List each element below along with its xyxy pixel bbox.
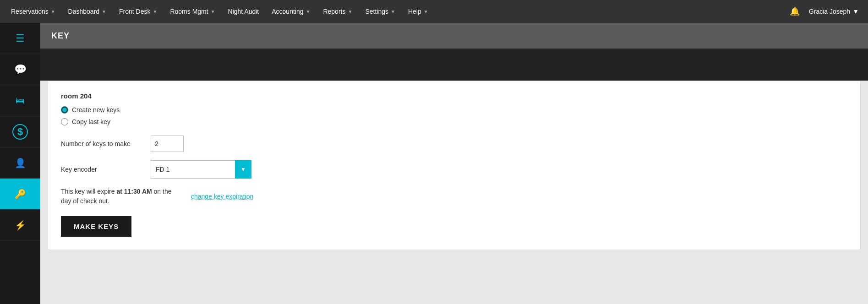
sidebar-item-bed[interactable]: 🛏 — [0, 85, 40, 116]
nav-front-desk-label: Front Desk — [119, 8, 150, 15]
sidebar: ☰ 💬 🛏 $ 👤 🔑 ⚡ — [0, 23, 40, 304]
nav-settings-label: Settings — [365, 8, 388, 15]
notification-bell-icon[interactable]: 🔔 — [787, 6, 802, 16]
user-name-label: Gracia Joseph — [809, 8, 850, 15]
keys-count-label: Number of keys to make — [61, 140, 143, 147]
app-layout: ☰ 💬 🛏 $ 👤 🔑 ⚡ KEY room 204 — [0, 23, 868, 304]
page-title: KEY — [51, 31, 70, 41]
key-type-radio-group: Create new keys Copy last key — [61, 106, 847, 125]
sidebar-item-dollar[interactable]: $ — [0, 116, 40, 147]
nav-help-label: Help — [408, 8, 421, 15]
nav-rooms-mgmt[interactable]: Rooms Mgmt ▼ — [164, 0, 221, 23]
sidebar-item-person[interactable]: 👤 — [0, 147, 40, 179]
sidebar-item-key[interactable]: 🔑 — [0, 179, 40, 210]
sidebar-item-menu[interactable]: ☰ — [0, 23, 40, 54]
key-card: room 204 Create new keys Copy last key N… — [48, 81, 861, 250]
radio-create-new-keys-input[interactable] — [61, 106, 68, 114]
user-menu-caret: ▼ — [852, 8, 859, 15]
nav-dashboard[interactable]: Dashboard ▼ — [62, 0, 113, 23]
nav-front-desk[interactable]: Front Desk ▼ — [113, 0, 164, 23]
encoder-row: Key encoder FD 1 ▼ — [61, 160, 847, 179]
nav-settings[interactable]: Settings ▼ — [359, 0, 402, 23]
nav-dashboard-label: Dashboard — [68, 8, 100, 15]
nav-accounting-label: Accounting — [272, 8, 303, 15]
keys-count-input[interactable] — [151, 136, 184, 152]
nav-settings-caret: ▼ — [391, 9, 395, 14]
person-icon: 👤 — [15, 157, 26, 168]
nav-help[interactable]: Help ▼ — [402, 0, 435, 23]
radio-create-new-keys-label: Create new keys — [72, 106, 120, 114]
nav-reservations-caret: ▼ — [51, 9, 55, 14]
encoder-select-wrapper: FD 1 ▼ — [151, 160, 251, 179]
bed-icon: 🛏 — [16, 95, 25, 106]
sidebar-item-chat[interactable]: 💬 — [0, 54, 40, 85]
menu-icon: ☰ — [16, 33, 25, 44]
make-keys-button[interactable]: MAKE KEYS — [61, 216, 131, 237]
main-content: KEY room 204 Create new keys Copy last k… — [40, 23, 868, 304]
nav-accounting-caret: ▼ — [306, 9, 311, 14]
nav-reservations[interactable]: Reservations ▼ — [5, 0, 62, 23]
chat-icon: 💬 — [14, 64, 27, 76]
dollar-icon: $ — [12, 124, 28, 140]
nav-dashboard-caret: ▼ — [102, 9, 106, 14]
expiry-prefix: This key will expire — [61, 188, 115, 195]
expiry-time: at 11:30 AM — [116, 188, 152, 195]
radio-copy-last-key-label: Copy last key — [72, 118, 110, 125]
nav-reports[interactable]: Reports ▼ — [317, 0, 359, 23]
radio-create-new-keys[interactable]: Create new keys — [61, 106, 847, 114]
nav-night-audit-label: Night Audit — [228, 8, 259, 15]
encoder-label: Key encoder — [61, 166, 143, 173]
radio-copy-last-key[interactable]: Copy last key — [61, 118, 847, 125]
page-header: KEY — [40, 23, 868, 49]
nav-front-desk-caret: ▼ — [153, 9, 157, 14]
encoder-select[interactable]: FD 1 — [151, 160, 251, 179]
nav-night-audit[interactable]: Night Audit — [222, 0, 266, 23]
top-nav: Reservations ▼ Dashboard ▼ Front Desk ▼ … — [0, 0, 868, 23]
key-icon: 🔑 — [15, 189, 26, 200]
sidebar-item-lightning[interactable]: ⚡ — [0, 210, 40, 241]
nav-help-caret: ▼ — [424, 9, 428, 14]
nav-reservations-label: Reservations — [11, 8, 49, 15]
user-menu[interactable]: Gracia Joseph ▼ — [804, 8, 863, 15]
lightning-icon: ⚡ — [15, 220, 26, 231]
change-expiration-link[interactable]: change key expiration — [191, 193, 253, 200]
room-label: room 204 — [61, 92, 847, 100]
nav-rooms-mgmt-label: Rooms Mgmt — [170, 8, 208, 15]
expiry-text: This key will expire at 11:30 AM on the … — [61, 187, 180, 206]
nav-reports-label: Reports — [323, 8, 345, 15]
expiry-row: This key will expire at 11:30 AM on the … — [61, 187, 847, 206]
nav-accounting[interactable]: Accounting ▼ — [265, 0, 317, 23]
nav-rooms-mgmt-caret: ▼ — [211, 9, 215, 14]
keys-count-row: Number of keys to make — [61, 136, 847, 152]
dark-band — [40, 49, 868, 81]
nav-reports-caret: ▼ — [348, 9, 352, 14]
radio-copy-last-key-input[interactable] — [61, 118, 68, 125]
